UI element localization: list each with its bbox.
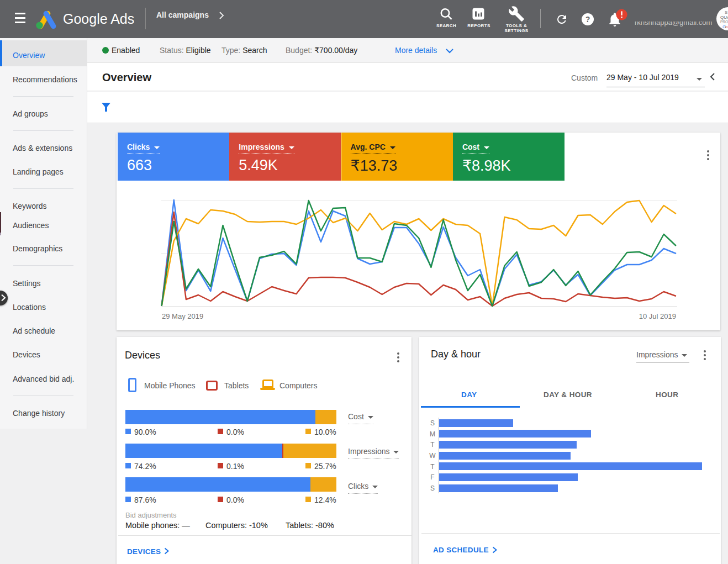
svg-text:o: o: [725, 24, 728, 29]
svg-text:PROFE: PROFE: [720, 20, 728, 24]
svg-text:QUAL: QUAL: [720, 15, 728, 20]
svg-text:S: S: [725, 10, 727, 15]
svg-text:?: ?: [585, 15, 590, 24]
